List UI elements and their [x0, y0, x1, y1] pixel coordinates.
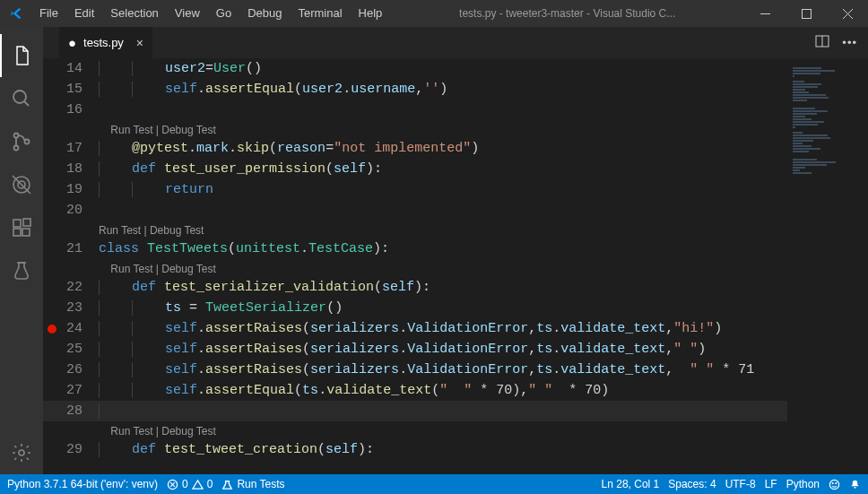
svg-rect-15: [23, 219, 30, 226]
code-line[interactable]: 25 self.assertRaises(serializers.Validat…: [43, 339, 868, 360]
status-encoding[interactable]: UTF-8: [725, 478, 756, 490]
breakpoint-gutter[interactable]: [43, 318, 61, 339]
svg-point-25: [836, 482, 837, 483]
svg-point-4: [13, 91, 26, 103]
activity-bar: [0, 27, 43, 474]
line-number: 21: [61, 238, 99, 259]
breakpoint-gutter[interactable]: [43, 200, 61, 221]
code-editor[interactable]: 14 user2=User()15 self.assertEqual(user2…: [43, 58, 868, 474]
breakpoint-gutter[interactable]: [43, 439, 61, 460]
titlebar: FileEditSelectionViewGoDebugTerminalHelp…: [0, 0, 868, 27]
breakpoint-gutter[interactable]: [43, 79, 61, 100]
code-line[interactable]: 19 return: [43, 179, 868, 200]
code-line[interactable]: 14 user2=User(): [43, 58, 868, 79]
status-run-tests[interactable]: Run Tests: [221, 478, 284, 490]
svg-point-8: [25, 140, 30, 144]
code-line[interactable]: 28: [43, 401, 868, 421]
line-number: 27: [61, 380, 99, 401]
breakpoint-gutter[interactable]: [43, 100, 61, 120]
svg-line-5: [24, 101, 29, 106]
svg-point-17: [19, 450, 24, 455]
tab-tests-py[interactable]: ● tests.py ×: [59, 27, 153, 58]
close-tab-icon[interactable]: ×: [129, 36, 143, 50]
status-language[interactable]: Python: [786, 478, 820, 490]
line-number: 14: [61, 58, 99, 79]
breakpoint-gutter[interactable]: [43, 360, 61, 380]
search-icon[interactable]: [0, 77, 43, 120]
codelens[interactable]: Run Test | Debug Test: [99, 259, 216, 277]
codelens[interactable]: Run Test | Debug Test: [99, 221, 204, 238]
code-line[interactable]: 18 def test_user_permission(self):: [43, 159, 868, 179]
dirty-indicator-icon: ●: [68, 35, 78, 50]
status-spaces[interactable]: Spaces: 4: [668, 478, 716, 490]
minimap[interactable]: [787, 58, 868, 474]
status-python-env[interactable]: Python 3.7.1 64-bit ('env': venv): [7, 478, 158, 490]
tab-bar: ● tests.py × •••: [43, 27, 868, 58]
breakpoint-gutter[interactable]: [43, 380, 61, 401]
breakpoint-gutter[interactable]: [43, 238, 61, 259]
code-line[interactable]: 15 self.assertEqual(user2.username,''): [43, 79, 868, 100]
line-number: 24: [61, 318, 99, 339]
svg-point-7: [14, 146, 19, 151]
breakpoint-gutter[interactable]: [43, 339, 61, 360]
minimize-button[interactable]: [744, 0, 786, 27]
codelens[interactable]: Run Test | Debug Test: [99, 421, 216, 439]
breakpoint-gutter[interactable]: [43, 298, 61, 318]
codelens[interactable]: Run Test | Debug Test: [99, 120, 216, 138]
menu-help[interactable]: Help: [351, 0, 391, 27]
line-number: 28: [61, 401, 99, 421]
menu-selection[interactable]: Selection: [102, 0, 166, 27]
menu-file[interactable]: File: [31, 0, 66, 27]
debug-icon[interactable]: [0, 163, 43, 206]
more-actions-icon[interactable]: •••: [842, 36, 857, 49]
line-number: 18: [61, 159, 99, 179]
code-line[interactable]: 16: [43, 100, 868, 120]
test-icon[interactable]: [0, 249, 43, 292]
settings-gear-icon[interactable]: [0, 431, 43, 474]
line-number: 16: [61, 100, 99, 120]
close-button[interactable]: [827, 0, 868, 27]
svg-rect-1: [802, 9, 811, 18]
status-ln-col[interactable]: Ln 28, Col 1: [602, 478, 660, 490]
code-line[interactable]: 24 self.assertRaises(serializers.Validat…: [43, 318, 868, 339]
svg-line-11: [13, 176, 30, 194]
code-line[interactable]: 29 def test_tweet_creation(self):: [43, 439, 868, 460]
code-line[interactable]: 20: [43, 200, 868, 221]
source-control-icon[interactable]: [0, 120, 43, 163]
explorer-icon[interactable]: [0, 34, 43, 77]
menu-go[interactable]: Go: [208, 0, 239, 27]
breakpoint-gutter[interactable]: [43, 159, 61, 179]
code-line[interactable]: 27 self.assertEqual(ts.validate_text(" "…: [43, 380, 868, 401]
svg-rect-12: [13, 220, 21, 227]
extensions-icon[interactable]: [0, 206, 43, 249]
line-number: 20: [61, 200, 99, 221]
menu-edit[interactable]: Edit: [66, 0, 102, 27]
code-line[interactable]: 17 @pytest.mark.skip(reason="not impleme…: [43, 138, 868, 159]
status-problems[interactable]: 0 0: [167, 478, 213, 490]
breakpoint-gutter[interactable]: [43, 179, 61, 200]
menu-terminal[interactable]: Terminal: [290, 0, 350, 27]
code-line[interactable]: 22 def test_serializer_validation(self):: [43, 277, 868, 298]
menu-debug[interactable]: Debug: [239, 0, 290, 27]
status-eol[interactable]: LF: [765, 478, 777, 490]
breakpoint-gutter[interactable]: [43, 58, 61, 79]
status-notifications-icon[interactable]: [849, 479, 861, 490]
line-number: 25: [61, 339, 99, 360]
code-line[interactable]: 21class TestTweets(unittest.TestCase):: [43, 238, 868, 259]
code-line[interactable]: 26 self.assertRaises(serializers.Validat…: [43, 360, 868, 380]
status-feedback-icon[interactable]: [829, 479, 840, 490]
line-number: 22: [61, 277, 99, 298]
editor-area: ● tests.py × ••• 14 user2=User()15 self.…: [43, 27, 868, 474]
breakpoint-gutter[interactable]: [43, 277, 61, 298]
line-number: 23: [61, 298, 99, 318]
breakpoint-icon[interactable]: [48, 325, 56, 334]
svg-point-6: [14, 134, 19, 138]
svg-point-23: [829, 480, 838, 489]
window-controls: [744, 0, 868, 27]
breakpoint-gutter[interactable]: [43, 138, 61, 159]
split-editor-icon[interactable]: [815, 34, 829, 51]
menu-view[interactable]: View: [167, 0, 208, 27]
maximize-button[interactable]: [786, 0, 827, 27]
breakpoint-gutter[interactable]: [43, 401, 61, 421]
code-line[interactable]: 23 ts = TweetSerializer(): [43, 298, 868, 318]
